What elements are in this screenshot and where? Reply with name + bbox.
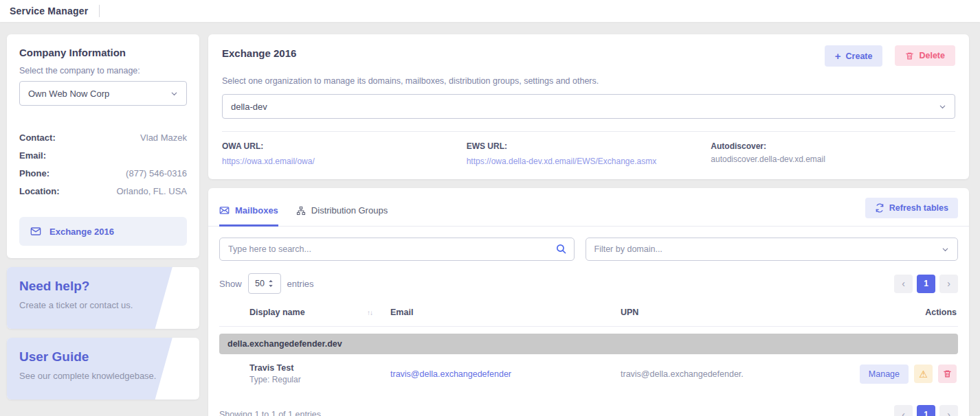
company-select-label: Select the company to manage: bbox=[19, 66, 187, 76]
organization-select-value: della-dev bbox=[231, 102, 267, 112]
ews-url-block: EWS URL: https://owa.della-dev.xd.email/… bbox=[467, 141, 711, 167]
page-content: Company Information Select the company t… bbox=[0, 22, 980, 416]
company-select-value: Own Web Now Corp bbox=[28, 89, 109, 99]
pagination-next-button[interactable]: › bbox=[939, 275, 958, 293]
warning-icon: ⚠ bbox=[919, 369, 928, 380]
domain-filter-select[interactable]: Filter by domain... bbox=[586, 238, 959, 261]
column-upn: UPN bbox=[621, 308, 855, 317]
pagination-page-1-button[interactable]: 1 bbox=[917, 405, 935, 416]
exchange-button-label: Exchange 2016 bbox=[49, 227, 114, 237]
location-label: Location: bbox=[19, 183, 60, 200]
warning-button[interactable]: ⚠ bbox=[914, 365, 933, 383]
domain-filter-placeholder: Filter by domain... bbox=[594, 244, 662, 254]
location-value: Orlando, FL. USA bbox=[116, 183, 187, 200]
url-section: OWA URL: https://owa.xd.email/owa/ EWS U… bbox=[222, 131, 955, 174]
guide-card-text: See our complete knowledgebase. bbox=[19, 371, 187, 381]
column-actions: Actions bbox=[855, 308, 958, 317]
entries-label: entries bbox=[287, 279, 314, 289]
sitemap-icon bbox=[296, 206, 306, 216]
table-footer-row: Showing 1 to 1 of 1 entries ‹ 1 › bbox=[219, 405, 958, 416]
manage-button[interactable]: Manage bbox=[860, 365, 909, 384]
email-row: Email: bbox=[19, 147, 187, 165]
main-panel: Exchange 2016 + Create Delete Select one… bbox=[208, 34, 969, 416]
ews-url-link[interactable]: https://owa.della-dev.xd.email/EWS/Excha… bbox=[467, 157, 657, 166]
company-information-card: Company Information Select the company t… bbox=[7, 34, 199, 258]
table-row: Travis Test Type: Regular travis@della.e… bbox=[219, 354, 958, 391]
trash-icon bbox=[943, 369, 952, 378]
search-filter-row: Filter by domain... bbox=[219, 238, 958, 261]
mailbox-upn: travis@della.exchangedefender. bbox=[621, 369, 855, 379]
tab-distribution-groups[interactable]: Distribution Groups bbox=[296, 205, 388, 227]
show-entries-row: Show 50 entries ‹ 1 › bbox=[219, 273, 958, 294]
phone-label: Phone: bbox=[19, 165, 49, 183]
app-title: Service Manager bbox=[10, 5, 88, 16]
help-card-text: Create a ticket or contact us. bbox=[19, 300, 187, 310]
sort-icons[interactable]: ↑↓ bbox=[367, 309, 372, 316]
owa-url-block: OWA URL: https://owa.xd.email/owa/ bbox=[222, 141, 467, 167]
phone-value: (877) 546-0316 bbox=[126, 165, 187, 183]
pagination-page-1-button[interactable]: 1 bbox=[917, 275, 935, 293]
exchange-2016-service-button[interactable]: Exchange 2016 bbox=[19, 217, 187, 246]
topbar: Service Manager bbox=[0, 0, 980, 22]
pagination-top: ‹ 1 › bbox=[894, 275, 958, 293]
mailboxes-card: Mailboxes Distribution Groups Refresh ta… bbox=[208, 188, 969, 416]
chevron-down-icon bbox=[942, 246, 949, 253]
guide-card-title: User Guide bbox=[19, 349, 187, 365]
pagination-bottom: ‹ 1 › bbox=[894, 405, 958, 416]
email-label: Email: bbox=[19, 147, 46, 165]
help-card-title: Need help? bbox=[19, 279, 187, 294]
domain-group-row: della.exchangedefender.dev bbox=[219, 334, 958, 354]
need-help-card[interactable]: Need help? Create a ticket or contact us… bbox=[7, 267, 199, 329]
mailbox-type: Type: Regular bbox=[249, 375, 390, 384]
pagination-prev-button[interactable]: ‹ bbox=[894, 275, 913, 293]
mailbox-email-link[interactable]: travis@della.exchangedefender bbox=[390, 369, 552, 379]
ews-url-label: EWS URL: bbox=[467, 141, 711, 151]
pagination-next-button[interactable]: › bbox=[939, 405, 958, 416]
delete-row-button[interactable] bbox=[938, 365, 957, 383]
envelope-icon bbox=[30, 226, 41, 237]
organization-select[interactable]: della-dev bbox=[222, 94, 955, 119]
create-button-label: Create bbox=[846, 51, 873, 61]
entries-count-value: 50 bbox=[255, 279, 265, 288]
tab-mailboxes[interactable]: Mailboxes bbox=[219, 205, 278, 227]
autodiscover-block: Autodiscover: autodiscover.della-dev.xd.… bbox=[711, 141, 955, 167]
trash-icon bbox=[905, 51, 914, 60]
location-row: Location: Orlando, FL. USA bbox=[19, 183, 187, 200]
sidebar: Company Information Select the company t… bbox=[7, 34, 199, 400]
contact-row: Contact: Vlad Mazek bbox=[19, 129, 187, 147]
refresh-tables-label: Refresh tables bbox=[889, 203, 948, 213]
tab-distribution-groups-label: Distribution Groups bbox=[311, 205, 388, 216]
search-input[interactable] bbox=[219, 238, 575, 261]
contact-label: Contact: bbox=[19, 129, 56, 147]
delete-button[interactable]: Delete bbox=[895, 45, 955, 66]
refresh-tables-button[interactable]: Refresh tables bbox=[865, 198, 958, 218]
company-card-title: Company Information bbox=[19, 47, 187, 58]
phone-row: Phone: (877) 546-0316 bbox=[19, 165, 187, 183]
company-select[interactable]: Own Web Now Corp bbox=[19, 81, 187, 106]
table-header-row: Display name ↑↓ Email UPN Actions bbox=[219, 308, 958, 327]
pagination-prev-button[interactable]: ‹ bbox=[894, 405, 913, 416]
autodiscover-value: autodiscover.della-dev.xd.email bbox=[711, 154, 955, 164]
page-title: Exchange 2016 bbox=[222, 45, 825, 59]
create-button[interactable]: + Create bbox=[825, 45, 883, 67]
plus-icon: + bbox=[835, 51, 841, 61]
contact-value: Vlad Mazek bbox=[140, 129, 187, 147]
company-info-rows: Contact: Vlad Mazek Email: Phone: (877) … bbox=[19, 129, 187, 200]
owa-url-link[interactable]: https://owa.xd.email/owa/ bbox=[222, 157, 315, 166]
entries-summary: Showing 1 to 1 of 1 entries bbox=[219, 410, 321, 416]
chevron-down-icon bbox=[939, 103, 946, 111]
search-icon[interactable] bbox=[555, 243, 567, 255]
owa-url-label: OWA URL: bbox=[222, 141, 467, 151]
autodiscover-label: Autodiscover: bbox=[711, 141, 955, 151]
topbar-divider bbox=[99, 5, 100, 17]
column-email: Email bbox=[390, 308, 621, 317]
chevron-down-icon bbox=[170, 90, 178, 97]
refresh-icon bbox=[875, 203, 884, 213]
exchange-header-card: Exchange 2016 + Create Delete Select one… bbox=[208, 34, 969, 179]
mailbox-icon bbox=[219, 205, 230, 216]
entries-count-stepper[interactable]: 50 bbox=[248, 273, 281, 294]
organization-subtitle: Select one organization to manage its do… bbox=[222, 76, 955, 86]
user-guide-card[interactable]: User Guide See our complete knowledgebas… bbox=[7, 338, 199, 400]
column-display-name: Display name bbox=[249, 308, 305, 317]
stepper-arrows-icon bbox=[268, 279, 274, 288]
